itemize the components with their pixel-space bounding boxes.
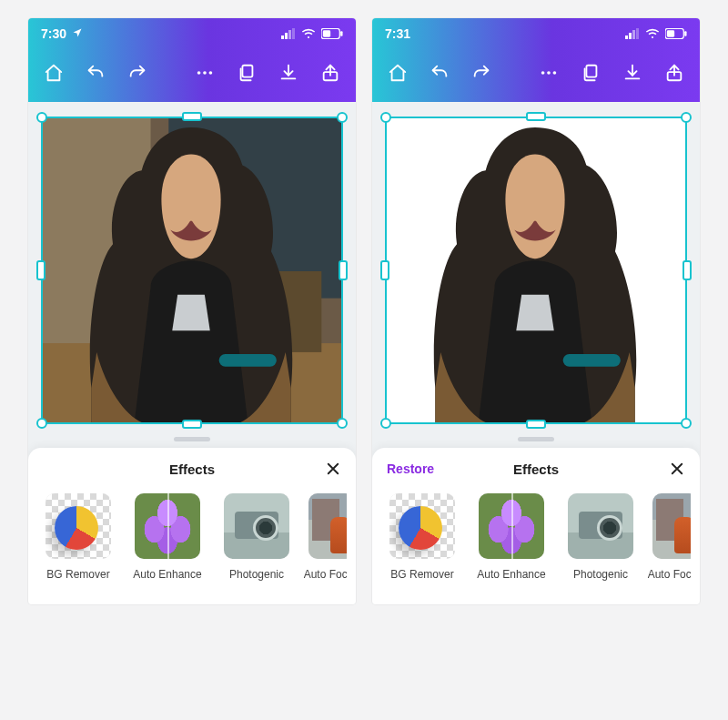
close-panel-button[interactable] bbox=[278, 461, 341, 477]
status-time: 7:30 bbox=[41, 26, 66, 41]
svg-rect-21 bbox=[632, 30, 635, 39]
download-button[interactable] bbox=[616, 56, 649, 89]
top-bar: 7:31 bbox=[372, 18, 700, 102]
effect-label: Auto Focus bbox=[648, 568, 691, 581]
effect-auto-enhance[interactable]: Auto Enhance bbox=[130, 493, 205, 581]
home-button[interactable] bbox=[381, 56, 414, 89]
svg-rect-1 bbox=[281, 35, 284, 39]
panel-title: Effects bbox=[450, 461, 622, 477]
layers-button[interactable] bbox=[574, 56, 607, 89]
home-button[interactable] bbox=[37, 56, 70, 89]
resize-handle-b[interactable] bbox=[182, 420, 202, 429]
more-button[interactable] bbox=[188, 56, 221, 89]
phone-screen-2: 7:31 bbox=[372, 18, 700, 604]
effect-bg-remover[interactable]: BG Remover bbox=[41, 493, 116, 581]
undo-button[interactable] bbox=[423, 56, 456, 89]
effect-label: Auto Focus bbox=[304, 568, 347, 581]
effect-thumb-auto-enhance bbox=[135, 493, 200, 559]
effect-bg-remover[interactable]: BG Remover bbox=[385, 493, 460, 581]
svg-point-5 bbox=[308, 36, 309, 38]
editor-toolbar bbox=[372, 49, 700, 102]
resize-handle-r[interactable] bbox=[682, 260, 692, 280]
resize-handle-bl[interactable] bbox=[36, 418, 47, 429]
effect-label: BG Remover bbox=[46, 568, 109, 581]
resize-handle-tr[interactable] bbox=[337, 112, 348, 123]
svg-rect-7 bbox=[323, 30, 330, 36]
effect-photogenic[interactable]: Photogenic bbox=[563, 493, 638, 581]
panel-drag-handle[interactable] bbox=[372, 430, 700, 448]
resize-handle-bl[interactable] bbox=[380, 418, 391, 429]
redo-button[interactable] bbox=[121, 56, 154, 89]
resize-handle-tl[interactable] bbox=[380, 112, 391, 123]
battery-icon bbox=[665, 28, 687, 39]
effect-label: BG Remover bbox=[390, 568, 453, 581]
panel-drag-handle[interactable] bbox=[28, 430, 356, 448]
canvas-area bbox=[372, 102, 700, 430]
svg-rect-26 bbox=[684, 31, 686, 36]
wifi-icon bbox=[301, 28, 316, 39]
effect-auto-focus[interactable]: Auto Focus bbox=[652, 493, 691, 581]
svg-rect-22 bbox=[636, 28, 639, 39]
status-bar: 7:31 bbox=[372, 18, 700, 49]
effect-thumb-bg-remover bbox=[389, 493, 455, 559]
svg-point-10 bbox=[203, 71, 207, 75]
resize-handle-t[interactable] bbox=[182, 112, 202, 121]
resize-handle-b[interactable] bbox=[526, 420, 546, 429]
location-icon bbox=[72, 26, 83, 41]
effect-auto-focus[interactable]: Auto Focus bbox=[308, 493, 347, 581]
svg-rect-12 bbox=[242, 66, 252, 77]
effect-thumb-auto-focus bbox=[652, 493, 691, 559]
svg-rect-8 bbox=[340, 31, 342, 36]
signal-icon bbox=[625, 28, 640, 39]
restore-button[interactable]: Restore bbox=[387, 461, 450, 476]
effect-thumb-auto-focus bbox=[308, 493, 347, 559]
svg-rect-25 bbox=[667, 30, 674, 36]
effects-row[interactable]: BG Remover Auto Enhance Photogenic Auto … bbox=[37, 493, 347, 581]
svg-rect-3 bbox=[288, 30, 291, 39]
selected-image[interactable] bbox=[385, 117, 687, 424]
selected-image[interactable] bbox=[41, 117, 343, 424]
close-panel-button[interactable] bbox=[622, 461, 685, 477]
share-button[interactable] bbox=[314, 56, 347, 89]
resize-handle-r[interactable] bbox=[339, 260, 348, 280]
svg-point-11 bbox=[209, 71, 213, 75]
svg-point-27 bbox=[541, 71, 545, 75]
effect-auto-enhance[interactable]: Auto Enhance bbox=[474, 493, 549, 581]
effect-label: Auto Enhance bbox=[133, 568, 201, 581]
svg-rect-2 bbox=[285, 33, 288, 39]
resize-handle-l[interactable] bbox=[380, 260, 389, 280]
resize-handle-tr[interactable] bbox=[681, 112, 692, 123]
svg-rect-20 bbox=[629, 33, 632, 39]
layers-button[interactable] bbox=[230, 56, 263, 89]
svg-rect-4 bbox=[292, 28, 295, 39]
wifi-icon bbox=[645, 28, 660, 39]
effect-thumb-auto-enhance bbox=[479, 493, 544, 559]
effect-label: Auto Enhance bbox=[477, 568, 545, 581]
resize-handle-l[interactable] bbox=[36, 260, 46, 280]
effects-row[interactable]: BG Remover Auto Enhance Photogenic Auto … bbox=[381, 493, 691, 581]
share-button[interactable] bbox=[658, 56, 691, 89]
effect-thumb-bg-remover bbox=[46, 493, 111, 559]
effect-photogenic[interactable]: Photogenic bbox=[219, 493, 294, 581]
effects-panel: Restore Effects BG Remover Auto Enhance … bbox=[372, 448, 700, 604]
svg-point-9 bbox=[197, 71, 201, 75]
resize-handle-br[interactable] bbox=[337, 418, 348, 429]
resize-handle-tl[interactable] bbox=[36, 112, 47, 123]
top-bar: 7:30 bbox=[28, 18, 356, 102]
undo-button[interactable] bbox=[79, 56, 112, 89]
effect-thumb-photogenic bbox=[224, 493, 289, 559]
download-button[interactable] bbox=[272, 56, 305, 89]
panel-title: Effects bbox=[106, 461, 278, 477]
resize-handle-t[interactable] bbox=[526, 112, 546, 121]
more-button[interactable] bbox=[532, 56, 565, 89]
resize-handle-br[interactable] bbox=[681, 418, 692, 429]
svg-point-23 bbox=[652, 36, 653, 38]
canvas-area bbox=[28, 102, 356, 430]
canvas-image bbox=[387, 118, 685, 422]
status-time: 7:31 bbox=[385, 26, 410, 41]
signal-icon bbox=[281, 28, 296, 39]
svg-point-29 bbox=[553, 71, 557, 75]
redo-button[interactable] bbox=[465, 56, 498, 89]
status-bar: 7:30 bbox=[28, 18, 356, 49]
battery-icon bbox=[321, 28, 343, 39]
